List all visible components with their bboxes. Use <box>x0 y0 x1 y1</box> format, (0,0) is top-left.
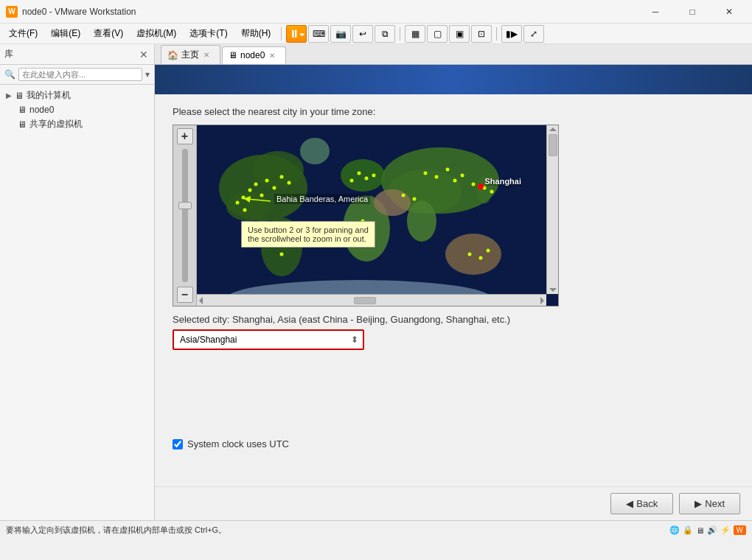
home-tab-close[interactable]: ✕ <box>202 51 211 59</box>
hscroll-right-arrow[interactable] <box>540 297 544 304</box>
pause-button[interactable]: ⏸▾ <box>286 25 307 43</box>
svg-point-41 <box>468 253 472 256</box>
vscroll-thumb[interactable] <box>549 134 557 156</box>
map-area: + − <box>173 125 734 307</box>
view-compact-button[interactable]: ▣ <box>449 25 470 43</box>
computer-icon: 🖥 <box>15 91 24 101</box>
timezone-select[interactable]: Asia/Shanghai Asia/Beijing Asia/Tokyo Am… <box>173 329 364 350</box>
menu-vm[interactable]: 虚拟机(M) <box>130 24 182 43</box>
svg-point-34 <box>402 194 405 197</box>
next-label: Next <box>705 498 725 509</box>
sidebar: 库 ✕ 🔍 ▾ ▶ 🖥 我的计算机 🖥 node0 🖥 共 <box>0 44 155 520</box>
map-hscroll[interactable] <box>197 294 546 306</box>
svg-point-29 <box>453 179 457 183</box>
zoom-in-button[interactable]: + <box>177 128 193 144</box>
svg-point-18 <box>260 194 264 197</box>
tree-group-header-my-computer[interactable]: ▶ 🖥 我的计算机 <box>3 88 151 103</box>
svg-point-20 <box>280 175 284 179</box>
sidebar-tree: ▶ 🖥 我的计算机 🖥 node0 🖥 共享的虚拟机 <box>0 85 154 520</box>
back-icon: ◀ <box>626 498 633 509</box>
search-input[interactable] <box>18 68 142 81</box>
svg-point-23 <box>365 177 369 181</box>
svg-point-28 <box>446 168 450 172</box>
svg-point-37 <box>280 253 284 256</box>
menu-edit[interactable]: 编辑(E) <box>45 24 86 43</box>
svg-point-42 <box>479 256 483 260</box>
sidebar-close-button[interactable]: ✕ <box>138 49 150 60</box>
map-tooltip: Use button 2 or 3 for panning and the sc… <box>241 221 375 248</box>
menu-help[interactable]: 帮助(H) <box>235 24 277 43</box>
menu-bar: 文件(F) 编辑(E) 查看(V) 虚拟机(M) 选项卡(T) 帮助(H) ⏸▾… <box>0 24 752 44</box>
tab-bar: 🏠 主页 ✕ 🖥 node0 ✕ <box>155 44 752 65</box>
zoom-slider-handle[interactable] <box>178 202 192 209</box>
svg-point-11 <box>407 200 436 242</box>
shared-vm-icon: 🖥 <box>18 119 27 130</box>
sidebar-item-shared-vms[interactable]: 🖥 共享的虚拟机 <box>3 116 151 132</box>
toolbar-separator-3 <box>496 27 497 41</box>
vm-header-bar <box>155 65 752 94</box>
app-icon: W <box>6 6 18 18</box>
view-unity-button[interactable]: ⊡ <box>471 25 492 43</box>
main-layout: 库 ✕ 🔍 ▾ ▶ 🖥 我的计算机 🖥 node0 🖥 共 <box>0 44 752 520</box>
back-button[interactable]: ◀ Back <box>610 493 673 514</box>
svg-point-21 <box>288 181 291 185</box>
svg-point-48 <box>478 183 484 189</box>
clone-button[interactable]: ⧉ <box>375 25 395 43</box>
close-button[interactable]: ✕ <box>712 0 746 24</box>
svg-point-31 <box>472 183 476 186</box>
zoom-out-button[interactable]: − <box>177 287 193 303</box>
toolbar-separator-2 <box>400 27 400 41</box>
snapshot-button[interactable]: 📷 <box>330 25 351 43</box>
svg-point-44 <box>236 201 240 205</box>
status-icon-power: ⚡ <box>720 525 731 535</box>
vscroll-down-arrow[interactable] <box>549 288 557 292</box>
node0-tab-label: node0 <box>240 50 265 60</box>
search-icon: 🔍 <box>4 69 15 80</box>
vm-icon: 🖥 <box>18 105 27 115</box>
svg-point-33 <box>490 190 494 194</box>
sidebar-item-node0[interactable]: 🖥 node0 <box>3 103 151 116</box>
search-dropdown-icon[interactable]: ▾ <box>145 69 150 80</box>
status-icon-lock: 🔒 <box>683 525 693 535</box>
menu-tab[interactable]: 选项卡(T) <box>184 24 233 43</box>
svg-point-17 <box>273 186 276 190</box>
node0-tab-close[interactable]: ✕ <box>268 52 276 60</box>
vscroll-up-arrow[interactable] <box>549 127 557 131</box>
svg-point-35 <box>413 197 417 201</box>
menu-view[interactable]: 查看(V) <box>88 24 129 43</box>
next-icon: ▶ <box>694 498 702 509</box>
zoom-slider[interactable] <box>182 149 188 282</box>
back-label: Back <box>636 498 658 509</box>
send-ctrl-alt-del-button[interactable]: ⌨ <box>308 25 329 43</box>
menu-file[interactable]: 文件(F) <box>3 24 43 43</box>
minimize-button[interactable]: ─ <box>638 0 672 24</box>
restore-snapshot-button[interactable]: ↩ <box>352 25 373 43</box>
view-fullscreen-button[interactable]: ▦ <box>405 25 425 43</box>
tab-node0[interactable]: 🖥 node0 ✕ <box>222 46 286 64</box>
installer-body: Please select the nearest city in your t… <box>155 94 752 486</box>
zoom-panel: + − <box>173 125 197 306</box>
next-button[interactable]: ▶ Next <box>679 493 740 514</box>
utc-checkbox[interactable] <box>173 439 183 449</box>
bottom-buttons: ◀ Back ▶ Next <box>155 486 752 520</box>
map-canvas[interactable]: Bahia Banderas, America Use button 2 or … <box>197 125 558 306</box>
window-title: node0 - VMware Workstation <box>22 7 638 17</box>
hscroll-left-arrow[interactable] <box>199 297 203 304</box>
sidebar-search: 🔍 ▾ <box>0 65 154 85</box>
console-button[interactable]: ▮▶ <box>501 25 522 43</box>
hscroll-thumb[interactable] <box>354 297 376 304</box>
tooltip-line1: Use button 2 or 3 for panning and <box>248 225 369 234</box>
toolbar-separator <box>281 27 282 41</box>
window-controls: ─ □ ✕ <box>638 0 746 24</box>
maximize-button[interactable]: □ <box>675 0 709 24</box>
view-normal-button[interactable]: ▢ <box>427 25 448 43</box>
tab-home[interactable]: 🏠 主页 ✕ <box>161 45 220 64</box>
svg-point-12 <box>445 234 501 275</box>
fullscreen-button[interactable]: ⤢ <box>523 25 544 43</box>
map-container[interactable]: + − <box>173 125 559 307</box>
timezone-select-wrapper: Asia/Shanghai Asia/Beijing Asia/Tokyo Am… <box>173 329 364 350</box>
tree-group-my-computer: ▶ 🖥 我的计算机 🖥 node0 🖥 共享的虚拟机 <box>3 88 151 132</box>
svg-point-45 <box>243 209 247 212</box>
map-vscroll[interactable] <box>546 125 558 294</box>
sidebar-header: 库 ✕ <box>0 44 154 65</box>
